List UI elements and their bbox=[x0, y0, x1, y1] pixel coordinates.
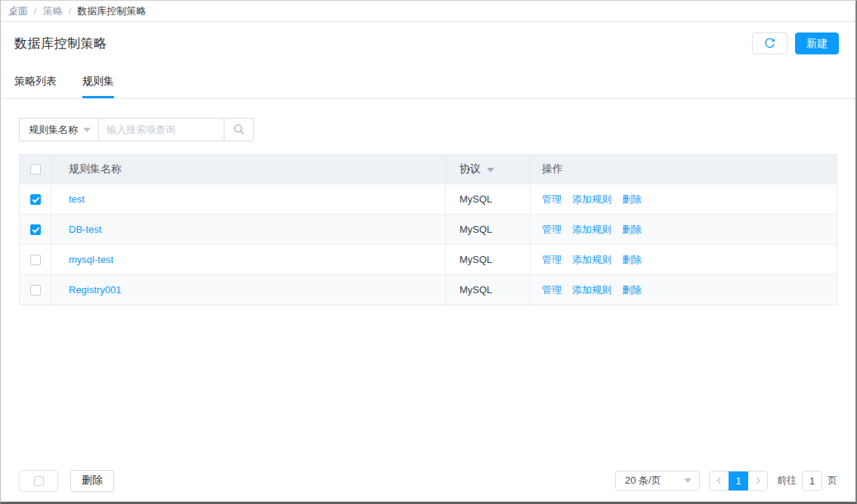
table-cell: mysql-test bbox=[51, 245, 446, 274]
search-input[interactable] bbox=[99, 118, 224, 141]
breadcrumb-item-desktop[interactable]: 桌面 bbox=[8, 1, 28, 21]
next-page-button[interactable] bbox=[748, 472, 767, 490]
manage-link[interactable]: 管理 bbox=[542, 283, 562, 297]
ruleset-name-link[interactable]: mysql-test bbox=[69, 254, 113, 265]
search-icon bbox=[233, 123, 246, 136]
sort-filter-icon[interactable] bbox=[487, 168, 494, 176]
tab-rule-set[interactable]: 规则集 bbox=[82, 75, 114, 98]
page-title: 数据库控制策略 bbox=[14, 35, 107, 52]
row-checkbox[interactable] bbox=[30, 194, 41, 205]
table-header-cell: 规则集名称 bbox=[51, 155, 446, 184]
row-checkbox[interactable] bbox=[30, 255, 41, 265]
ruleset-name-link[interactable]: DB-test bbox=[69, 224, 101, 235]
table-cell: 管理添加规则删除 bbox=[531, 245, 837, 274]
page-header: 数据库控制策略 新建 bbox=[1, 22, 855, 65]
table-header-cell: 协议 bbox=[446, 155, 531, 184]
goto-page-input[interactable] bbox=[802, 471, 822, 491]
table-cell bbox=[20, 245, 51, 274]
table-cell: MySQL bbox=[446, 245, 531, 274]
app-window: 桌面 / 策略 / 数据库控制策略 数据库控制策略 新建 策略列表 规则集 bbox=[0, 0, 857, 504]
column-ruleset-name: 规则集名称 bbox=[69, 162, 122, 176]
goto-label: 前往 bbox=[777, 474, 797, 487]
delete-link[interactable]: 删除 bbox=[622, 283, 642, 297]
bulk-delete-button[interactable]: 删除 bbox=[70, 470, 114, 492]
pagination: 20 条/页 1 bbox=[615, 471, 837, 491]
table-cell: MySQL bbox=[446, 184, 531, 214]
table-cell: 管理添加规则删除 bbox=[531, 275, 837, 305]
chevron-left-icon bbox=[714, 475, 725, 486]
breadcrumb-separator: / bbox=[69, 1, 72, 21]
protocol-value: MySQL bbox=[459, 284, 492, 295]
header-actions: 新建 bbox=[752, 32, 839, 54]
add-rule-link[interactable]: 添加规则 bbox=[572, 223, 611, 237]
delete-link[interactable]: 删除 bbox=[622, 193, 642, 206]
breadcrumb: 桌面 / 策略 / 数据库控制策略 bbox=[1, 1, 855, 22]
ruleset-table: 规则集名称 协议 操作 testMySQL管理添加规则删除DB-testMySQ… bbox=[19, 154, 837, 305]
table-cell: DB-test bbox=[51, 215, 446, 244]
table-row: Registry001MySQL管理添加规则删除 bbox=[20, 274, 837, 305]
protocol-value: MySQL bbox=[459, 224, 492, 235]
refresh-icon bbox=[764, 38, 775, 49]
goto-page: 前往 页 bbox=[777, 471, 837, 491]
table-cell: MySQL bbox=[446, 215, 531, 244]
table-cell: 管理添加规则删除 bbox=[531, 215, 837, 244]
chevron-down-icon bbox=[83, 128, 91, 136]
pager: 1 bbox=[709, 471, 768, 491]
protocol-value: MySQL bbox=[459, 254, 492, 265]
page-size-value: 20 条/页 bbox=[625, 474, 661, 487]
new-button[interactable]: 新建 bbox=[795, 32, 839, 54]
table-body: testMySQL管理添加规则删除DB-testMySQL管理添加规则删除mys… bbox=[20, 184, 837, 305]
search-field-select[interactable]: 规则集名称 bbox=[19, 118, 99, 141]
row-checkbox[interactable] bbox=[30, 224, 41, 235]
refresh-button[interactable] bbox=[752, 32, 787, 54]
delete-link[interactable]: 删除 bbox=[622, 223, 642, 237]
table-cell bbox=[20, 184, 51, 214]
manage-link[interactable]: 管理 bbox=[542, 193, 562, 206]
add-rule-link[interactable]: 添加规则 bbox=[572, 193, 611, 206]
chevron-down-icon bbox=[684, 478, 691, 487]
footer-select-all-button[interactable] bbox=[19, 470, 58, 492]
table-cell: MySQL bbox=[446, 275, 531, 305]
footer-bar: 删除 20 条/页 1 bbox=[19, 469, 837, 492]
table-header: 规则集名称 协议 操作 bbox=[20, 155, 837, 184]
search-button[interactable] bbox=[224, 118, 254, 141]
chevron-right-icon bbox=[753, 475, 763, 486]
ruleset-name-link[interactable]: Registry001 bbox=[69, 284, 121, 295]
table-row: testMySQL管理添加规则删除 bbox=[20, 184, 837, 214]
manage-link[interactable]: 管理 bbox=[542, 253, 562, 267]
page-size-select[interactable]: 20 条/页 bbox=[615, 471, 700, 491]
table-header-cell: 操作 bbox=[531, 155, 837, 184]
page-unit-label: 页 bbox=[828, 474, 837, 487]
tab-bar: 策略列表 规则集 bbox=[1, 65, 855, 99]
bulk-actions: 删除 bbox=[19, 470, 114, 492]
current-page[interactable]: 1 bbox=[729, 472, 748, 490]
column-operations: 操作 bbox=[542, 162, 563, 176]
table-cell: test bbox=[51, 184, 446, 214]
delete-link[interactable]: 删除 bbox=[622, 253, 642, 267]
add-rule-link[interactable]: 添加规则 bbox=[572, 283, 611, 297]
table-cell: 管理添加规则删除 bbox=[531, 184, 837, 214]
search-field-label: 规则集名称 bbox=[29, 123, 78, 137]
select-all-checkbox[interactable] bbox=[30, 164, 41, 175]
protocol-value: MySQL bbox=[459, 193, 492, 205]
manage-link[interactable]: 管理 bbox=[542, 223, 562, 237]
breadcrumb-item-current: 数据库控制策略 bbox=[77, 1, 146, 21]
row-checkbox[interactable] bbox=[30, 285, 41, 295]
search-bar: 规则集名称 bbox=[19, 118, 855, 141]
footer-select-all-checkbox[interactable] bbox=[34, 476, 44, 486]
table-cell: Registry001 bbox=[51, 275, 446, 305]
tab-policy-list[interactable]: 策略列表 bbox=[14, 75, 57, 98]
breadcrumb-item-policy[interactable]: 策略 bbox=[43, 1, 63, 21]
table-header-cell bbox=[20, 155, 51, 184]
ruleset-name-link[interactable]: test bbox=[69, 193, 85, 205]
table-cell bbox=[20, 215, 51, 244]
prev-page-button[interactable] bbox=[710, 472, 729, 490]
add-rule-link[interactable]: 添加规则 bbox=[572, 253, 611, 267]
table-row: mysql-testMySQL管理添加规则删除 bbox=[20, 244, 837, 274]
table-cell bbox=[20, 275, 51, 305]
column-protocol: 协议 bbox=[459, 162, 481, 176]
table-row: DB-testMySQL管理添加规则删除 bbox=[20, 214, 837, 244]
breadcrumb-separator: / bbox=[34, 1, 37, 21]
